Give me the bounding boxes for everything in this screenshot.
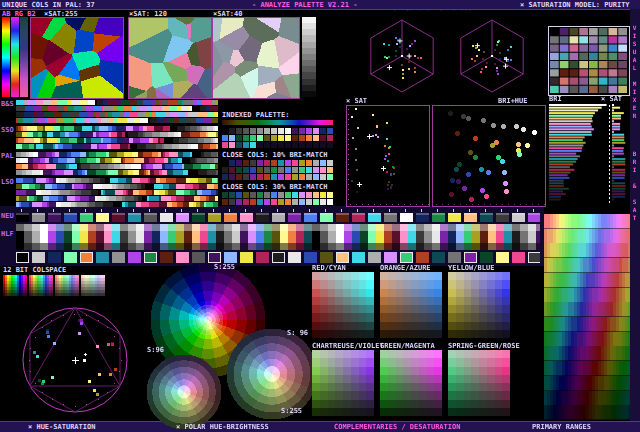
palette-cell[interactable] [236, 128, 242, 134]
complementary-panel-chartreuse-violet-canvas [312, 350, 374, 416]
palette-cell [278, 142, 284, 148]
mid-band-label-neu: NEU [1, 212, 14, 220]
visual-mixer-grid-canvas[interactable] [548, 26, 630, 96]
palette-cell[interactable] [222, 142, 228, 148]
palette-cell[interactable] [285, 128, 291, 134]
right-rail-label-bri-sat: BRI & SAT [631, 150, 638, 222]
palette-cell[interactable] [320, 128, 326, 134]
palette-cell[interactable] [320, 135, 326, 141]
stripe-group-label-lso: LSO [1, 178, 14, 186]
palette-cell[interactable] [278, 128, 284, 134]
saturation-model-toggle[interactable]: × SATURATION MODEL: PURITY [520, 1, 630, 9]
palette-cell[interactable] [243, 142, 249, 148]
palette-cell[interactable] [313, 135, 319, 141]
colspace-12bit-label: 12 BIT COLSPACE [3, 266, 66, 274]
footer-polar-hue-brightness: × POLAR HUE-BRIGHTNESS [176, 423, 269, 431]
colspace-12bit-canvas-2 [29, 275, 53, 297]
palette-cell [306, 142, 312, 148]
palette-cell[interactable] [229, 135, 235, 141]
palette-cell[interactable] [278, 135, 284, 141]
palette-cell[interactable] [222, 135, 228, 141]
palette-cell[interactable] [271, 135, 277, 141]
stripe-group-label-pal: PAL [1, 152, 14, 160]
palette-cell[interactable] [271, 128, 277, 134]
palette-cell [271, 142, 277, 148]
palette-cell [327, 142, 333, 148]
comp-label-yellow-blue: YELLOW/BLUE [448, 264, 494, 272]
palette-cell[interactable] [243, 135, 249, 141]
palette-cell[interactable] [306, 135, 312, 141]
palette-cell[interactable] [236, 142, 242, 148]
palette-cell[interactable] [292, 135, 298, 141]
palette-cell [285, 142, 291, 148]
stripe-group-label-sso: SSO [1, 126, 14, 134]
comp-label-orange-azure: ORANGE/AZURE [380, 264, 431, 272]
brightness-histogram-canvas [548, 103, 630, 205]
palette-cell[interactable] [327, 128, 333, 134]
comp-label-chartreuse-violet: CHARTREUSE/VIOLET [312, 342, 384, 350]
close-cols-30-label: CLOSE COLS: 30% BRI-MATCH [222, 183, 327, 191]
wheel-label-s255: S:255 [214, 263, 235, 271]
palette-cell[interactable] [250, 128, 256, 134]
wheel-label-s96: S: 96 [287, 329, 308, 337]
sat-histogram-label: × SAT [601, 95, 622, 103]
palette-cell[interactable] [264, 135, 270, 141]
complementary-panel-red-cyan-canvas [312, 272, 374, 338]
complementary-panel-yellow-blue-canvas [448, 272, 510, 338]
comp-label-springgreen-rose: SPRING-GREEN/ROSE [448, 342, 520, 350]
close-cols-10-label: CLOSE COLS: 10% BRI-MATCH [222, 151, 327, 159]
palette-cell[interactable] [327, 135, 333, 141]
palette-cell[interactable] [292, 128, 298, 134]
palette-cell[interactable] [285, 135, 291, 141]
right-rail-label-visual-mixer: VISUAL MIXER [631, 24, 638, 120]
rgb-colorspace-iso-canvas [350, 11, 542, 99]
colorspace-blob-sat40-canvas [212, 17, 300, 99]
wheel-label-s255-bottom: S:255 [281, 407, 302, 415]
palette-cell[interactable] [264, 128, 270, 134]
palette-cell[interactable] [299, 135, 305, 141]
saturation-scatter-canvas [346, 105, 430, 207]
palette-cell[interactable] [250, 135, 256, 141]
palette-cell[interactable] [306, 128, 312, 134]
palette-stripe-rows-canvas [16, 100, 218, 208]
stripe-group-label-bs: B&S [1, 100, 14, 108]
palette-cell[interactable] [257, 128, 263, 134]
channel-strip-b-canvas [11, 17, 19, 97]
colorspace-blob-sat120-canvas [128, 17, 212, 99]
footer-complementaries: COMPLEMENTARIES / DESATURATION [334, 423, 460, 431]
footer-hue-saturation: × HUE-SATURATION [28, 423, 95, 431]
analyze-palette-screen: UNIQUE COLS IN PAL: 37 - ANALYZE PALETTE… [0, 0, 640, 432]
comp-label-green-magenta: GREEN/MAGENTA [380, 342, 435, 350]
primary-ranges-canvas [544, 214, 630, 420]
sat-scatter-label: × SAT [346, 97, 367, 105]
palette-cell[interactable] [313, 128, 319, 134]
palette-cell [299, 142, 305, 148]
complementary-panel-orange-azure-canvas [380, 272, 442, 338]
palette-cell[interactable] [222, 128, 228, 134]
indexed-palette-grid[interactable] [222, 128, 333, 148]
palette-cell[interactable] [243, 128, 249, 134]
unique-colors-count: UNIQUE COLS IN PAL: 37 [2, 1, 95, 9]
brightness-hue-scatter-canvas [432, 105, 546, 207]
palette-cell[interactable] [299, 128, 305, 134]
palette-cell[interactable] [229, 128, 235, 134]
indexed-palette-header-canvas [222, 120, 333, 125]
indexed-palette-title: INDEXED PALETTE: [222, 111, 289, 119]
palette-cell[interactable] [257, 135, 263, 141]
colspace-12bit-canvas-1 [3, 275, 27, 297]
polar-wheel-s96-small-canvas [146, 354, 222, 430]
close-colors-30-grid-canvas [222, 192, 333, 206]
close-colors-10-grid-canvas [222, 160, 333, 181]
palette-cell[interactable] [229, 142, 235, 148]
complementary-panel-green-magenta-canvas [380, 350, 442, 416]
bri-histogram-label: BRI [549, 95, 562, 103]
polar-wheel-s96-canvas [226, 328, 318, 420]
gradient-columns-canvas [16, 224, 540, 250]
bri-hue-label: BRI+HUE [498, 97, 528, 105]
channel-strip-a-canvas [2, 17, 10, 97]
gray-ramp-canvas [302, 17, 316, 97]
colspace-12bit-canvas-3 [55, 275, 79, 297]
palette-cell[interactable] [236, 135, 242, 141]
app-title: - ANALYZE PALETTE V2.21 - [252, 1, 357, 9]
palette-cell[interactable] [250, 142, 256, 148]
